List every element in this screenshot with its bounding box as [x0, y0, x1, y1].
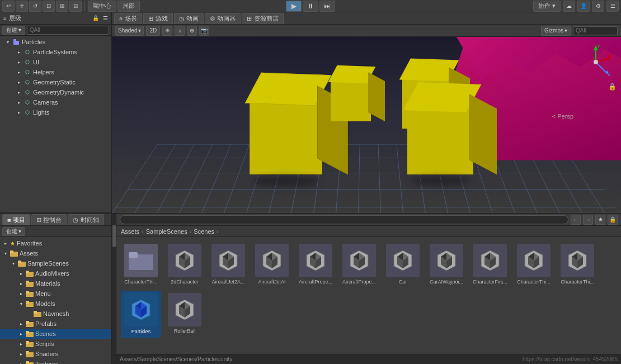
- asset-item-aircraftprope1[interactable]: AircraftPrope...: [295, 242, 336, 287]
- tree-scripts[interactable]: ▸ Scripts: [0, 339, 111, 349]
- tab-assetstore[interactable]: ⊞ 资源商店: [242, 13, 284, 24]
- breadcrumb-samplescenes[interactable]: SampleScenes: [146, 228, 187, 235]
- gizmos-btn[interactable]: Gizmos ▾: [541, 26, 571, 36]
- asset-item-characterthi3[interactable]: CharacterThi...: [557, 242, 598, 287]
- asset-item-characterthi2[interactable]: CharacterThi...: [514, 242, 554, 287]
- effect-toggle[interactable]: ⊕: [187, 26, 197, 36]
- light-toggle[interactable]: ☀: [162, 26, 172, 36]
- cloud-button[interactable]: ☁: [563, 1, 575, 12]
- shading-dropdown[interactable]: Shaded ▾: [115, 26, 144, 36]
- audio-toggle[interactable]: ♪: [175, 26, 185, 36]
- asset-item-characterfirst[interactable]: CharacterFirs...: [470, 242, 510, 287]
- tab-game[interactable]: ⊞ 游戏: [143, 13, 173, 24]
- assets-lock-btn[interactable]: 🔒: [608, 215, 618, 225]
- tree-item-helpers[interactable]: ▸ ⬡ Helpers: [0, 67, 111, 77]
- asset-icon-car: [386, 244, 420, 277]
- tree-item-cameras[interactable]: ▸ ⬡ Cameras: [0, 97, 111, 107]
- play-button[interactable]: ▶: [286, 1, 302, 12]
- asset-item-characterthi-folder[interactable]: CharacterThi...: [121, 242, 161, 287]
- tree-navmesh[interactable]: ▸ Navmesh: [0, 309, 111, 319]
- asset-item-2dcharacter[interactable]: 2dCharacter: [164, 242, 205, 287]
- toolbar-icon-3[interactable]: ↺: [29, 1, 41, 12]
- toolbar-icon-2[interactable]: ✛: [16, 1, 28, 12]
- project-scrollbar-thumb[interactable]: [112, 225, 116, 247]
- svg-rect-13: [10, 250, 13, 253]
- tree-item-geostatic[interactable]: ▸ ⬡ GeometryStatic: [0, 77, 111, 87]
- viewport-lock-icon[interactable]: 🔒: [608, 83, 617, 91]
- navmesh-label: Navmesh: [43, 310, 69, 317]
- asset-item-particles[interactable]: Particles: [121, 291, 161, 338]
- persp-label: < Persp: [552, 113, 573, 120]
- tree-audiomixers[interactable]: ▸ AudioMixers: [0, 268, 111, 278]
- toolbar-icon-1[interactable]: ↩: [2, 1, 15, 12]
- tree-item-particlesystems[interactable]: ▸ ⬡ ParticleSystems: [0, 47, 111, 57]
- toolbar-icon-5[interactable]: ⊞: [56, 1, 68, 12]
- account-button[interactable]: 👤: [577, 1, 590, 12]
- tab-project[interactable]: ≡ 项目: [2, 214, 30, 225]
- 2d-toggle[interactable]: 2D: [146, 26, 160, 36]
- svg-rect-31: [26, 341, 29, 344]
- scene-search-input[interactable]: [573, 26, 618, 35]
- tree-models[interactable]: ▾ Models: [0, 299, 111, 309]
- tree-arrow-cam: ▸: [16, 99, 22, 106]
- tree-item-ui[interactable]: ▸ ⬡ UI: [0, 57, 111, 67]
- tab-scene[interactable]: # 场景: [114, 13, 142, 24]
- tree-item-geodynamic[interactable]: ▸ ⬡ GeometryDynamic: [0, 87, 111, 97]
- tree-assets[interactable]: ▾ Assets: [0, 248, 111, 258]
- local-btn[interactable]: 局部: [117, 1, 140, 12]
- tree-menu[interactable]: ▸ Menu: [0, 289, 111, 299]
- settings-button[interactable]: ⚙: [592, 1, 604, 12]
- tree-label-gs: GeometryStatic: [33, 79, 76, 86]
- tree-item-particles[interactable]: ▾ Particles: [0, 37, 111, 47]
- hierarchy-lock-icon[interactable]: 🔒: [92, 15, 99, 21]
- center-btn[interactable]: 喝中心: [88, 1, 116, 12]
- breadcrumb-assets[interactable]: Assets: [121, 228, 139, 235]
- asset-label-rollerball: RollerBall: [174, 328, 196, 334]
- asset-item-rollerball[interactable]: RollerBall: [164, 291, 205, 338]
- tab-scene-icon: #: [119, 16, 123, 22]
- toolbar-icon-4[interactable]: ⊡: [43, 1, 55, 12]
- scene-viewport[interactable]: < Persp 🔒 Y X: [112, 37, 621, 213]
- tree-scenes[interactable]: ▸ Scenes: [0, 329, 111, 339]
- layers-button[interactable]: ☰: [606, 1, 619, 12]
- cube-large-right: [407, 108, 473, 174]
- hierarchy-search-input[interactable]: [27, 26, 109, 35]
- watermark-text: https://blog.csdn.net/weixin_45452065: [523, 356, 618, 362]
- tree-materials[interactable]: ▸ Materials: [0, 278, 111, 289]
- hierarchy-title: 层级: [9, 14, 21, 22]
- asset-label-characterthi3: CharacterThi...: [561, 279, 594, 285]
- assets-search-input[interactable]: [120, 215, 568, 224]
- collab-button[interactable]: 协作 ▾: [533, 1, 561, 12]
- asset-item-aircraftjet2a[interactable]: AircraftJet2A...: [208, 242, 248, 287]
- step-button[interactable]: ⏭: [319, 1, 335, 12]
- asset-label-aircraftprope2: AircraftPrope...: [342, 279, 376, 285]
- tree-label-lights: Lights: [33, 109, 49, 116]
- camera-toggle[interactable]: 📷: [199, 26, 209, 36]
- toolbar-icon-6[interactable]: ⊟: [69, 1, 82, 12]
- tree-item-lights[interactable]: ▸ ⬡ Lights: [0, 107, 111, 117]
- breadcrumb-scenes[interactable]: Scenes: [194, 228, 214, 235]
- tree-textures[interactable]: ▸ Textures: [0, 359, 111, 364]
- tab-animator[interactable]: ⚙ 动画器: [205, 13, 241, 24]
- assets-back-btn[interactable]: ←: [571, 215, 581, 225]
- tree-prefabs[interactable]: ▸ Prefabs: [0, 319, 111, 329]
- gizmo-widget[interactable]: Y X Z: [576, 42, 615, 82]
- tab-timeline[interactable]: ◷ 时间轴: [68, 214, 103, 225]
- assets-forward-btn[interactable]: →: [583, 215, 593, 225]
- tab-animation[interactable]: ◷ 动画: [174, 13, 204, 24]
- asset-item-caraiwaypoint[interactable]: CarAIWaypoi...: [426, 242, 467, 287]
- project-scrollbar[interactable]: [112, 214, 116, 364]
- asset-item-car[interactable]: Car: [383, 242, 423, 287]
- hierarchy-create-btn[interactable]: 创建 ▾: [2, 26, 25, 35]
- tree-favorites[interactable]: ▸ ★ Favorites: [0, 238, 111, 248]
- asset-item-aircraftprope2[interactable]: AircraftPrope...: [339, 242, 379, 287]
- tree-shaders[interactable]: ▸ Shaders: [0, 349, 111, 359]
- project-create-btn[interactable]: 创建 ▾: [2, 227, 25, 236]
- pause-button[interactable]: ⏸: [303, 1, 318, 12]
- tab-console[interactable]: ⊞ 控制台: [31, 214, 67, 225]
- tree-samplescenes[interactable]: ▾ SampleScenes: [0, 258, 111, 268]
- assets-favorites-btn[interactable]: ★: [595, 215, 605, 225]
- asset-icon-characterthi3: [561, 244, 594, 277]
- asset-item-aircraftjetai[interactable]: AircraftJetAI: [252, 242, 292, 287]
- hierarchy-menu-icon[interactable]: ☰: [103, 15, 108, 21]
